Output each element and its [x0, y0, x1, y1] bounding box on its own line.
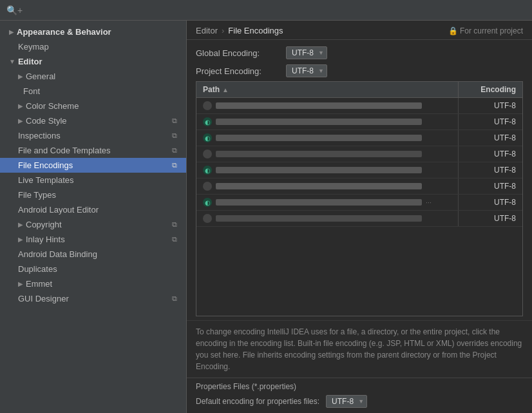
td-path: [196, 98, 458, 113]
td-encoding: UTF-8: [458, 178, 522, 194]
sidebar-item-android-data-binding[interactable]: Android Data Binding: [0, 247, 186, 262]
sidebar-item-inspections[interactable]: Inspections ⧉: [0, 128, 186, 143]
path-icon: [203, 149, 212, 158]
path-bar: [216, 119, 422, 125]
sidebar-item-label: File Types: [18, 190, 56, 200]
content-panel: Editor › File Encodings 🔒 For current pr…: [187, 21, 532, 413]
path-icon: ◐: [203, 166, 212, 175]
copy-icon: ⧉: [172, 235, 177, 244]
breadcrumb-separator: ›: [222, 26, 224, 35]
arrow-icon: ▶: [18, 73, 23, 80]
encoding-controls: Global Encoding: UTF-8 Project Encoding:…: [187, 40, 532, 81]
sidebar-item-label: Android Data Binding: [18, 249, 97, 259]
sidebar-item-label: File Encodings: [18, 160, 73, 170]
copy-icon: ⧉: [172, 294, 177, 303]
th-encoding[interactable]: Encoding: [458, 82, 522, 97]
td-path: [196, 146, 458, 162]
search-area[interactable]: 🔍+: [6, 5, 23, 15]
th-path[interactable]: Path ▲: [196, 82, 458, 97]
sidebar-item-label: Keymap: [18, 42, 49, 52]
table-row[interactable]: ◐ UTF-8: [196, 130, 522, 146]
table-row[interactable]: ◐ UTF-8: [196, 114, 522, 130]
copy-icon: ⧉: [172, 161, 177, 169]
global-encoding-label: Global Encoding:: [196, 48, 280, 58]
arrow-icon: ▶: [18, 280, 23, 287]
sidebar-item-label: Editor: [18, 57, 43, 66]
path-icon: ◐: [203, 198, 212, 207]
props-row: Default encoding for properties files: U…: [196, 395, 523, 408]
arrow-icon: ▶: [18, 236, 23, 243]
main-layout: ▶ Appearance & Behavior Keymap ▼ Editor …: [0, 21, 532, 413]
path-bar: [216, 215, 422, 222]
sidebar-item-font[interactable]: Font: [0, 84, 186, 99]
sidebar-item-file-encodings[interactable]: File Encodings ⧉: [0, 158, 186, 173]
copy-icon: ⧉: [172, 220, 177, 229]
info-text: To change encoding IntelliJ IDEA uses fo…: [187, 320, 532, 378]
encoding-value: UTF-8: [494, 117, 516, 126]
project-encoding-select-wrapper[interactable]: UTF-8: [286, 64, 327, 77]
encoding-value: UTF-8: [494, 133, 516, 142]
path-bar: [216, 151, 422, 157]
project-encoding-select[interactable]: UTF-8: [286, 64, 327, 77]
sidebar: ▶ Appearance & Behavior Keymap ▼ Editor …: [0, 21, 187, 413]
bottom-section: Properties Files (*.properties) Default …: [187, 378, 532, 413]
sort-asc-icon: ▲: [222, 86, 229, 93]
sidebar-item-label: Duplicates: [18, 264, 57, 274]
sidebar-item-code-style[interactable]: ▶ Code Style ⧉: [0, 113, 186, 128]
sidebar-item-label: File and Code Templates: [18, 146, 111, 155]
arrow-icon: ▶: [18, 221, 23, 228]
table-row[interactable]: UTF-8: [196, 146, 522, 162]
table-row[interactable]: UTF-8: [196, 98, 522, 114]
sidebar-item-keymap[interactable]: Keymap: [0, 39, 186, 54]
sidebar-item-editor[interactable]: ▼ Editor: [0, 54, 186, 69]
sidebar-item-label: Live Templates: [18, 175, 73, 185]
sidebar-item-gui-designer[interactable]: GUI Designer ⧉: [0, 291, 186, 306]
sidebar-item-file-code-templates[interactable]: File and Code Templates ⧉: [0, 143, 186, 158]
td-path: ◐: [196, 130, 458, 146]
td-encoding: UTF-8: [458, 162, 522, 178]
path-icon: ◐: [203, 117, 212, 126]
encoding-value: UTF-8: [494, 166, 516, 175]
path-icon: [203, 101, 212, 110]
sidebar-item-label: Inlay Hints: [26, 235, 65, 244]
sidebar-item-label: Font: [23, 86, 40, 96]
sidebar-item-label: Color Scheme: [26, 101, 79, 111]
breadcrumb-project-label: 🔒 For current project: [448, 26, 523, 35]
props-encoding-select[interactable]: UTF-8: [326, 395, 367, 408]
sidebar-item-inlay-hints[interactable]: ▶ Inlay Hints ⧉: [0, 232, 186, 247]
global-encoding-row: Global Encoding: UTF-8: [196, 46, 523, 59]
path-icon: [203, 182, 212, 191]
td-encoding: UTF-8: [458, 211, 522, 226]
props-header: Properties Files (*.properties): [196, 382, 523, 391]
sidebar-item-label: GUI Designer: [18, 294, 69, 303]
sidebar-item-live-templates[interactable]: Live Templates: [0, 173, 186, 187]
table-row[interactable]: ◐ UTF-8: [196, 162, 522, 178]
global-encoding-select-wrapper[interactable]: UTF-8: [286, 46, 327, 59]
breadcrumb-editor: Editor: [196, 26, 218, 35]
table-row[interactable]: UTF-8: [196, 211, 522, 227]
encoding-value: UTF-8: [494, 101, 516, 110]
sidebar-item-label: Android Layout Editor: [18, 205, 99, 215]
top-bar: 🔍+: [0, 0, 532, 21]
th-path-label: Path: [203, 85, 220, 94]
search-icon: 🔍+: [6, 5, 23, 15]
sidebar-item-android-layout-editor[interactable]: Android Layout Editor: [0, 202, 186, 217]
sidebar-item-general[interactable]: ▶ General: [0, 69, 186, 84]
td-encoding: UTF-8: [458, 146, 522, 162]
sidebar-item-label: General: [26, 72, 55, 81]
copy-icon: ⧉: [172, 131, 177, 140]
table-row[interactable]: UTF-8: [196, 178, 522, 195]
sidebar-item-color-scheme[interactable]: ▶ Color Scheme: [0, 99, 186, 113]
path-bar: [216, 167, 422, 173]
sidebar-item-copyright[interactable]: ▶ Copyright ⧉: [0, 217, 186, 232]
project-encoding-label: Project Encoding:: [196, 66, 280, 76]
sidebar-item-file-types[interactable]: File Types: [0, 187, 186, 202]
sidebar-item-duplicates[interactable]: Duplicates: [0, 262, 186, 276]
global-encoding-select[interactable]: UTF-8: [286, 46, 327, 59]
sidebar-item-emmet[interactable]: ▶ Emmet: [0, 276, 186, 291]
sidebar-item-appearance[interactable]: ▶ Appearance & Behavior: [0, 24, 186, 39]
table-row[interactable]: ◐ ··· UTF-8: [196, 195, 522, 211]
props-encoding-select-wrapper[interactable]: UTF-8: [326, 395, 367, 408]
encoding-value: UTF-8: [494, 198, 516, 207]
path-icon: [203, 214, 212, 223]
